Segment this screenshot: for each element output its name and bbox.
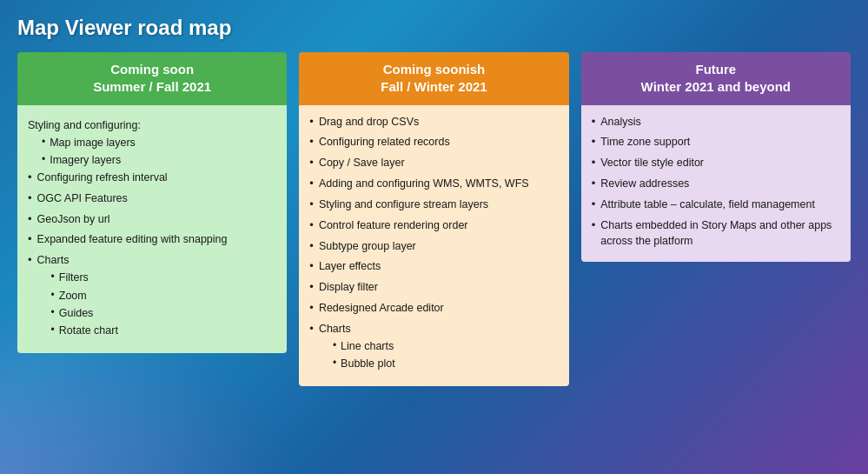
column-future: FutureWinter 2021 and beyondAnalysisTime… xyxy=(581,52,851,262)
column-body-coming-soon: Styling and configuring:Map image layers… xyxy=(17,105,287,353)
list-item: OGC API Features xyxy=(28,190,276,207)
list-item: Subtype group layer xyxy=(309,238,558,255)
main-list-coming-soon: Configuring refresh intervalOGC API Feat… xyxy=(28,170,276,340)
list-item: Redesigned Arcade editor xyxy=(309,300,558,317)
list-item: Review addresses xyxy=(592,176,840,192)
page-container: Map Viewer road map Coming soonSummer / … xyxy=(0,0,868,474)
list-item: Line charts xyxy=(333,338,559,354)
column-body-coming-soonish: Drag and drop CSVsConfiguring related re… xyxy=(299,105,568,387)
list-item: Rotate chart xyxy=(51,323,277,338)
list-item: Copy / Save layer xyxy=(309,155,558,171)
list-item: Control feature rendering order xyxy=(309,217,558,234)
list-item: ChartsLine chartsBubble plot xyxy=(309,321,558,373)
sub-list: Line chartsBubble plot xyxy=(319,338,559,371)
list-item: Configuring refresh interval xyxy=(28,170,276,186)
columns-layout: Coming soonSummer / Fall 2021Styling and… xyxy=(17,52,851,386)
list-item: Layer effects xyxy=(309,258,558,275)
column-coming-soon: Coming soonSummer / Fall 2021Styling and… xyxy=(17,52,287,353)
intro-sub-list: Map image layersImagery layers xyxy=(28,135,276,168)
sub-list: FiltersZoomGuidesRotate chart xyxy=(37,270,277,338)
list-item: Styling and configure stream layers xyxy=(309,197,558,213)
list-item: GeoJson by url xyxy=(28,211,276,228)
list-item: Adding and configuring WMS, WMTS, WFS xyxy=(309,176,558,192)
list-item: Charts embedded in Story Maps and other … xyxy=(592,217,840,249)
page-title: Map Viewer road map xyxy=(17,16,851,40)
list-item: Drag and drop CSVs xyxy=(309,114,558,130)
column-header-coming-soon: Coming soonSummer / Fall 2021 xyxy=(17,52,287,105)
column-header-future: FutureWinter 2021 and beyond xyxy=(581,52,851,105)
column-header-coming-soonish: Coming soonishFall / Winter 2021 xyxy=(299,52,568,105)
list-item: Filters xyxy=(51,270,277,285)
list-item: Time zone support xyxy=(592,134,840,150)
intro-label: Styling and configuring: xyxy=(28,117,276,133)
main-list-coming-soonish: Drag and drop CSVsConfiguring related re… xyxy=(309,114,558,374)
list-item: Map image layers xyxy=(42,135,276,150)
list-item: Guides xyxy=(51,305,277,321)
list-item: Attribute table – calculate, field manag… xyxy=(592,197,840,213)
list-item: Bubble plot xyxy=(333,356,559,371)
list-item: Zoom xyxy=(51,288,277,304)
list-item: Display filter xyxy=(309,279,558,296)
list-item: ChartsFiltersZoomGuidesRotate chart xyxy=(28,252,276,340)
main-list-future: AnalysisTime zone supportVector tile sty… xyxy=(592,114,840,249)
list-item: Expanded feature editing with snapping xyxy=(28,231,276,248)
column-coming-soonish: Coming soonishFall / Winter 2021Drag and… xyxy=(299,52,568,386)
column-body-future: AnalysisTime zone supportVector tile sty… xyxy=(581,105,851,262)
list-item: Configuring related records xyxy=(309,134,558,150)
list-item: Imagery layers xyxy=(42,152,276,168)
list-item: Analysis xyxy=(592,114,840,130)
list-item: Vector tile style editor xyxy=(592,155,840,171)
